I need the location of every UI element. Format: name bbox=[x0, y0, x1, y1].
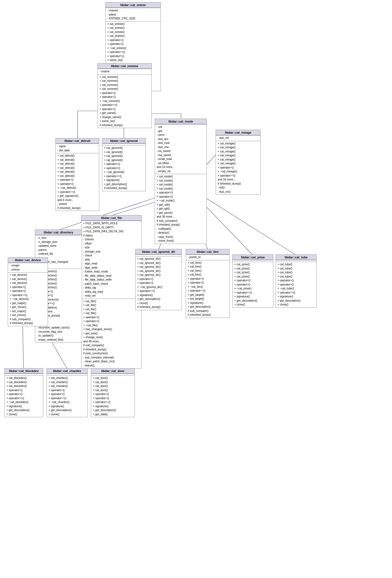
cat-ignored-dir-box: libdar::cat_ignored_dir + cat_ignored_di… bbox=[135, 249, 182, 310]
cat-tube-title: libdar::cat_tube bbox=[276, 255, 316, 260]
cat-file-title: libdar::cat_file bbox=[82, 215, 141, 221]
cat-detruit-title: libdar::cat_detruit bbox=[56, 138, 99, 144]
cat-mirage-title: libdar::cat_mirage bbox=[216, 130, 260, 135]
cat-file-methods: + cat_file() + cat_file() + cat_file() +… bbox=[82, 299, 141, 368]
cat-device-box: libdar::cat_device - xmajor - xminor + c… bbox=[8, 257, 48, 326]
cat-nomme-title: libdar::cat_nomme bbox=[98, 63, 151, 69]
cat-mirage-attributes: - star_ref bbox=[216, 135, 260, 141]
cat-ignored-dir-title: libdar::cat_ignored_dir bbox=[136, 249, 182, 254]
cat-tube-methods: + cat_tube() + cat_tube() + cat_tube() +… bbox=[276, 262, 316, 307]
cat-detruit-methods: + cat_detruit() + cat_detruit() + cat_de… bbox=[56, 153, 99, 211]
cat-nomme-attributes: - xname bbox=[98, 69, 151, 74]
cat-prise-box: libdar::cat_prise + cat_prise() + cat_pr… bbox=[232, 254, 273, 308]
cat-inode-methods: + cat_inode() + cat_inode() + cat_inode(… bbox=[155, 174, 207, 244]
cat-prise-title: libdar::cat_prise bbox=[233, 255, 273, 260]
cat-device-title: libdar::cat_device bbox=[8, 258, 48, 263]
cat-nomme-methods: + cat_nomme() + cat_nomme() + cat_nomme(… bbox=[98, 74, 151, 128]
cat-chardev-title: libdar::cat_chardev bbox=[47, 368, 87, 374]
cat-lien-box: libdar::cat_lien - points_to + cat_lien(… bbox=[186, 249, 230, 318]
cat-tube-box: libdar::cat_tube + cat_tube() + cat_tube… bbox=[276, 254, 317, 308]
cat-mirage-methods: + cat_mirage() + cat_mirage() + cat_mira… bbox=[216, 141, 260, 195]
cat-inode-title: libdar::cat_inode bbox=[155, 119, 207, 124]
cat-blockdev-title: libdar::cat_blockdev bbox=[5, 368, 43, 374]
cat-file-box: libdar::cat_file + FILE_DATA_WITH_HOLE +… bbox=[81, 215, 142, 368]
cat-door-title: libdar::cat_door bbox=[91, 368, 134, 374]
cat-lien-attributes: - points_to bbox=[186, 254, 229, 260]
cat-ignored-title: libdar::cat_ignored bbox=[102, 138, 146, 144]
cat-inode-attributes: - uid - gid - perm - last_acc - last_mod… bbox=[155, 124, 207, 174]
cat-ignored-box: libdar::cat_ignored + cat_ignored() + ca… bbox=[102, 138, 146, 191]
cat-directory-title: libdar::cat_directory bbox=[35, 230, 82, 235]
cat-chardev-box: libdar::cat_chardev + cat_chardev() + ca… bbox=[47, 368, 88, 417]
cat-device-attributes: - xmajor - xminor bbox=[8, 263, 48, 272]
cat-lien-title: libdar::cat_lien bbox=[186, 249, 229, 254]
cat-door-box: libdar::cat_door + cat_door() + cat_door… bbox=[91, 368, 135, 417]
cat-detruit-box: libdar::cat_detruit - signe - del_date +… bbox=[55, 138, 99, 211]
cat-detruit-attributes: - signe - del_date bbox=[56, 144, 99, 153]
cat-blockdev-box: libdar::cat_blockdev + cat_blockdev() + … bbox=[4, 368, 43, 417]
cat-inode-box: libdar::cat_inode - uid - gid - perm - l… bbox=[155, 119, 207, 244]
cat-ignored-dir-methods: + cat_ignored_dir() + cat_ignored_dir() … bbox=[136, 256, 182, 310]
cat-mirage-box: libdar::cat_mirage - star_ref + cat_mira… bbox=[216, 130, 261, 195]
cat-entree-attributes: - xsaved - pdesc - ENTREE_CRC_SIZE bbox=[106, 8, 161, 21]
cat-blockdev-methods: + cat_blockdev() + cat_blockdev() + cat_… bbox=[5, 375, 43, 417]
cat-nomme-box: libdar::cat_nomme - xname + cat_nomme() … bbox=[98, 63, 152, 128]
cat-door-methods: + cat_door() + cat_door() + cat_door() +… bbox=[91, 375, 134, 417]
diagram-container: libdar::cat_entree - xsaved - pdesc - EN… bbox=[0, 0, 392, 578]
cat-device-methods: + cat_device() + cat_device() + cat_devi… bbox=[8, 272, 48, 326]
cat-chardev-methods: + cat_chardev() + cat_chardev() + cat_ch… bbox=[47, 375, 87, 417]
svg-line-18 bbox=[200, 194, 296, 255]
cat-file-attributes: + FILE_DATA_WITH_HOLE + FILE_DATA_IS_DIR… bbox=[82, 221, 141, 299]
cat-ignored-methods: + cat_ignored() + cat_ignored() + cat_ig… bbox=[102, 145, 146, 191]
cat-entree-title: libdar::cat_entree bbox=[106, 2, 161, 8]
cat-lien-methods: + cat_lien() + cat_lien() + cat_lien() +… bbox=[186, 260, 229, 318]
cat-prise-methods: + cat_prise() + cat_prise() + cat_prise(… bbox=[233, 262, 273, 307]
